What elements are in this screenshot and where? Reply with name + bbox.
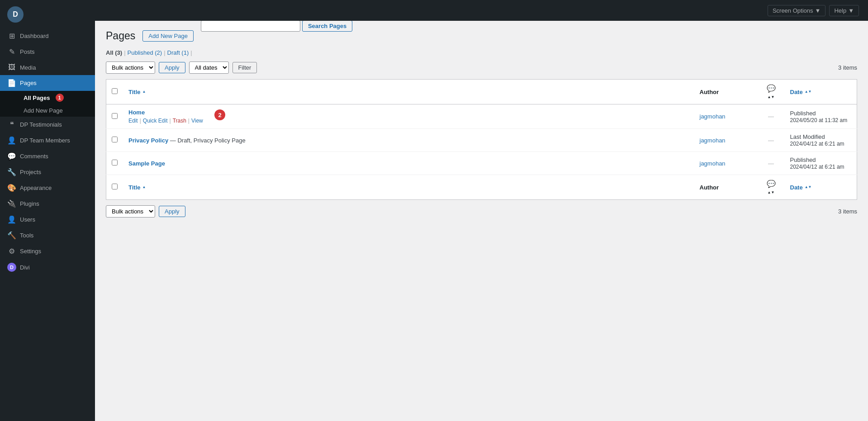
sidebar-item-dp-team[interactable]: 👤 DP Team Members [0,132,95,148]
sidebar-item-label: DP Team Members [20,137,70,144]
sample-date-cell: Published 2024/04/12 at 6:21 am [785,152,857,175]
annotation-2-circle: 2 [214,109,225,120]
comments-footer-header: 💬 ▲▼ [758,175,785,200]
privacy-date-value: 2024/04/12 at 6:21 am [790,141,844,147]
home-page-link[interactable]: Home [128,109,145,116]
toolbar-bottom: Bulk actions Apply 3 items [106,205,857,218]
sidebar-item-dashboard[interactable]: ⊞ Dashboard [0,28,95,44]
sidebar-item-divi[interactable]: D Divi [0,259,95,275]
help-chevron: ▼ [848,7,854,14]
search-bar: Search Pages [201,21,352,32]
date-sort-footer-link[interactable]: Date ▲▼ [790,184,852,191]
add-new-page-button[interactable]: Add New Page [142,30,194,42]
sidebar-item-label: Posts [20,48,35,55]
date-filter-select[interactable]: All dates [189,61,229,74]
sidebar-item-media[interactable]: 🖼 Media [0,60,95,75]
sidebar-item-label: Pages [20,80,37,86]
home-date-cell: Published 2024/05/20 at 11:32 am [785,104,857,129]
privacy-date-status: Last Modified [790,133,825,140]
date-sort-footer-arrows: ▲▼ [805,185,812,189]
sidebar-item-users[interactable]: 👤 Users [0,212,95,227]
row-checkbox-privacy [106,129,123,152]
title-sort-footer-link[interactable]: Title ▲ [128,184,689,191]
divi-icon: D [7,263,16,272]
search-pages-button[interactable]: Search Pages [302,21,352,32]
sample-date-value: 2024/04/12 at 6:21 am [790,164,844,170]
sample-author-link[interactable]: jagmohan [700,160,726,167]
privacy-comments-cell: — [758,129,785,152]
apply-bottom-button[interactable]: Apply [159,206,185,217]
bulk-actions-top-select[interactable]: Bulk actions [106,61,155,74]
sidebar-item-label: Tools [20,232,33,239]
date-footer-header: Date ▲▼ [785,175,857,200]
select-all-checkbox[interactable] [112,88,118,94]
home-row-actions: Edit | Quick Edit | Trash | View [128,118,689,124]
pages-submenu: All Pages 1 Add New Page [0,91,95,117]
home-edit-link[interactable]: Edit [128,118,138,124]
privacy-title-suffix: — Draft, Privacy Policy Page [170,137,246,144]
table-container: Title ▲ Author 💬 ▲▼ Date ▲▼ [106,79,857,200]
privacy-author-link[interactable]: jagmohan [700,137,726,144]
sidebar-item-dp-testimonials[interactable]: ❝ DP Testimonials [0,117,95,132]
home-author-cell: jagmohan [694,104,758,129]
items-count-top: 3 items [838,64,857,71]
sidebar-item-appearance[interactable]: 🎨 Appearance [0,180,95,196]
home-date-value: 2024/05/20 at 11:32 am [790,117,848,123]
filter-published[interactable]: Published (2) [128,49,162,56]
apply-top-button[interactable]: Apply [159,62,185,73]
search-input[interactable] [201,21,300,32]
sample-page-link[interactable]: Sample Page [128,160,165,167]
home-quick-edit-link[interactable]: Quick Edit [143,118,168,124]
sidebar-item-tools[interactable]: 🔨 Tools [0,227,95,243]
home-title-cell: Home Edit | Quick Edit | Trash | View [123,104,694,129]
home-comments-cell: — [758,104,785,129]
table-footer-row: Title ▲ Author 💬 ▲▼ Date ▲▼ [106,175,857,200]
select-all-header [106,80,123,104]
sample-author-cell: jagmohan [694,152,758,175]
title-sort-link[interactable]: Title ▲ [128,89,689,95]
row-checkbox[interactable] [112,160,118,166]
home-trash-link[interactable]: Trash [173,118,186,124]
screen-options-chevron: ▼ [815,7,821,14]
help-button[interactable]: Help ▼ [829,5,859,16]
sidebar-item-all-pages[interactable]: All Pages 1 [7,91,95,104]
filter-all[interactable]: All (3) [106,49,122,56]
posts-icon: ✎ [7,47,16,56]
all-pages-badge: 1 [56,94,64,102]
sidebar-item-plugins[interactable]: 🔌 Plugins [0,196,95,212]
sidebar-item-projects[interactable]: 🔧 Projects [0,164,95,180]
privacy-author-cell: jagmohan [694,129,758,152]
sidebar-item-label: Appearance [20,184,52,191]
dp-testimonials-icon: ❝ [7,120,16,129]
sidebar-item-settings[interactable]: ⚙ Settings [0,243,95,259]
sidebar-item-comments[interactable]: 💬 Comments [0,148,95,164]
row-checkbox[interactable] [112,113,118,119]
date-sort-arrows: ▲▼ [805,90,812,94]
toolbar-top: Bulk actions Apply All dates Filter 3 it… [106,61,857,74]
main-area: Screen Options ▼ Help ▼ Pages Add New Pa… [95,0,868,421]
media-icon: 🖼 [7,63,16,71]
sidebar-item-label: Dashboard [20,33,49,39]
row-checkbox[interactable] [112,137,118,142]
sidebar: D ⊞ Dashboard ✎ Posts 🖼 Media 📄 Pages Al… [0,0,95,421]
sidebar-item-add-new-page[interactable]: Add New Page [7,104,95,117]
comments-icon: 💬 [7,152,16,161]
sidebar-item-pages[interactable]: 📄 Pages [0,75,95,91]
home-author-link[interactable]: jagmohan [700,113,726,120]
screen-options-button[interactable]: Screen Options ▼ [768,5,825,16]
filter-button[interactable]: Filter [232,62,257,73]
sidebar-item-posts[interactable]: ✎ Posts [0,44,95,60]
author-footer-header: Author [694,175,758,200]
home-view-link[interactable]: View [191,118,203,124]
privacy-page-link[interactable]: Privacy Policy [128,137,168,144]
filter-draft[interactable]: Draft (1) [167,49,189,56]
row-checkbox-sample [106,152,123,175]
sidebar-item-label: Projects [20,169,41,175]
select-all-footer-checkbox[interactable] [112,184,118,189]
site-icon: D [7,6,24,23]
bulk-actions-bottom-select[interactable]: Bulk actions [106,205,155,218]
sample-title-cell: Sample Page [123,152,694,175]
comments-footer-icon: 💬 [767,180,776,188]
sidebar-item-label: Divi [20,264,30,271]
date-sort-link[interactable]: Date ▲▼ [790,89,852,95]
